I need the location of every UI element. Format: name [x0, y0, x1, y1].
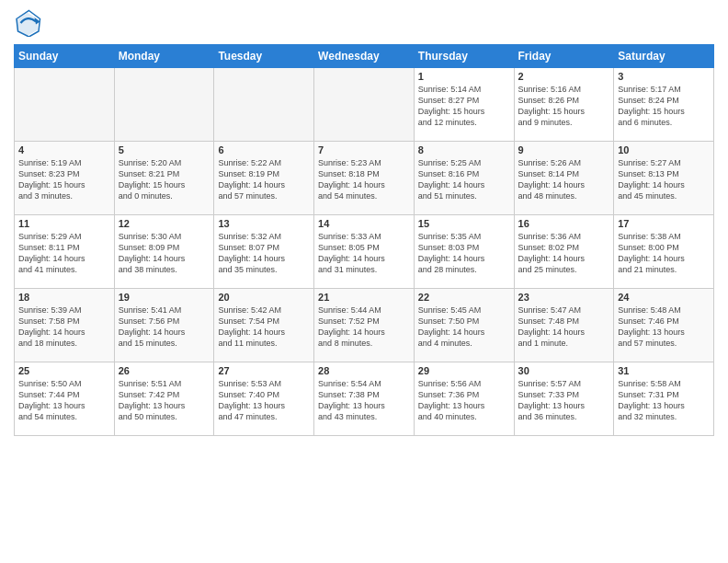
calendar-cell: 8Sunrise: 5:25 AM Sunset: 8:16 PM Daylig… [414, 142, 514, 215]
calendar-cell: 4Sunrise: 5:19 AM Sunset: 8:23 PM Daylig… [15, 142, 115, 215]
day-number: 4 [18, 144, 110, 155]
day-number: 20 [218, 292, 310, 303]
calendar-cell: 25Sunrise: 5:50 AM Sunset: 7:44 PM Dayli… [15, 362, 115, 436]
calendar-cell: 17Sunrise: 5:38 AM Sunset: 8:00 PM Dayli… [614, 215, 714, 289]
day-number: 26 [119, 365, 210, 376]
day-info: Sunrise: 5:16 AM Sunset: 8:26 PM Dayligh… [518, 84, 610, 129]
logo-icon [14, 9, 41, 37]
calendar-cell [15, 68, 115, 142]
calendar-cell: 16Sunrise: 5:36 AM Sunset: 8:02 PM Dayli… [514, 215, 614, 289]
weekday-header-tuesday: Tuesday [214, 45, 314, 68]
day-info: Sunrise: 5:17 AM Sunset: 8:24 PM Dayligh… [618, 84, 710, 129]
day-info: Sunrise: 5:30 AM Sunset: 8:09 PM Dayligh… [119, 231, 210, 276]
weekday-header-sunday: Sunday [15, 45, 115, 68]
calendar-cell: 18Sunrise: 5:39 AM Sunset: 7:58 PM Dayli… [15, 289, 115, 362]
calendar-cell: 28Sunrise: 5:54 AM Sunset: 7:38 PM Dayli… [314, 362, 415, 436]
calendar-cell [214, 68, 314, 142]
day-info: Sunrise: 5:56 AM Sunset: 7:36 PM Dayligh… [418, 378, 510, 423]
day-info: Sunrise: 5:53 AM Sunset: 7:40 PM Dayligh… [218, 378, 310, 423]
calendar-cell: 15Sunrise: 5:35 AM Sunset: 8:03 PM Dayli… [414, 215, 514, 289]
day-info: Sunrise: 5:35 AM Sunset: 8:03 PM Dayligh… [418, 231, 510, 276]
day-number: 29 [418, 365, 510, 376]
calendar-cell: 22Sunrise: 5:45 AM Sunset: 7:50 PM Dayli… [414, 289, 514, 362]
calendar-cell: 7Sunrise: 5:23 AM Sunset: 8:18 PM Daylig… [314, 142, 415, 215]
day-info: Sunrise: 5:44 AM Sunset: 7:52 PM Dayligh… [318, 304, 410, 350]
day-number: 27 [218, 365, 310, 376]
week-row-2: 4Sunrise: 5:19 AM Sunset: 8:23 PM Daylig… [15, 142, 714, 215]
weekday-header-wednesday: Wednesday [314, 45, 415, 68]
day-number: 28 [318, 365, 410, 376]
calendar-cell: 23Sunrise: 5:47 AM Sunset: 7:48 PM Dayli… [514, 289, 614, 362]
day-info: Sunrise: 5:58 AM Sunset: 7:31 PM Dayligh… [618, 378, 710, 423]
day-info: Sunrise: 5:57 AM Sunset: 7:33 PM Dayligh… [518, 378, 610, 423]
calendar-cell: 29Sunrise: 5:56 AM Sunset: 7:36 PM Dayli… [414, 362, 514, 436]
calendar-cell: 2Sunrise: 5:16 AM Sunset: 8:26 PM Daylig… [514, 68, 614, 142]
day-number: 7 [318, 144, 410, 155]
logo [14, 9, 45, 37]
calendar-cell: 6Sunrise: 5:22 AM Sunset: 8:19 PM Daylig… [214, 142, 314, 215]
day-info: Sunrise: 5:32 AM Sunset: 8:07 PM Dayligh… [218, 231, 310, 276]
day-number: 30 [518, 365, 610, 376]
week-row-1: 1Sunrise: 5:14 AM Sunset: 8:27 PM Daylig… [15, 68, 714, 142]
day-info: Sunrise: 5:38 AM Sunset: 8:00 PM Dayligh… [618, 231, 710, 276]
day-number: 8 [418, 144, 510, 155]
day-number: 14 [318, 218, 410, 229]
calendar-cell: 26Sunrise: 5:51 AM Sunset: 7:42 PM Dayli… [114, 362, 214, 436]
day-info: Sunrise: 5:36 AM Sunset: 8:02 PM Dayligh… [518, 231, 610, 276]
day-info: Sunrise: 5:22 AM Sunset: 8:19 PM Dayligh… [218, 157, 310, 202]
day-number: 9 [518, 144, 610, 155]
calendar-cell: 21Sunrise: 5:44 AM Sunset: 7:52 PM Dayli… [314, 289, 415, 362]
calendar-cell: 1Sunrise: 5:14 AM Sunset: 8:27 PM Daylig… [414, 68, 514, 142]
day-info: Sunrise: 5:47 AM Sunset: 7:48 PM Dayligh… [518, 304, 610, 350]
day-info: Sunrise: 5:45 AM Sunset: 7:50 PM Dayligh… [418, 304, 510, 350]
day-number: 21 [318, 292, 410, 303]
weekday-header-friday: Friday [514, 45, 614, 68]
day-info: Sunrise: 5:50 AM Sunset: 7:44 PM Dayligh… [18, 378, 110, 423]
day-number: 10 [618, 144, 710, 155]
weekday-header-thursday: Thursday [414, 45, 514, 68]
week-row-3: 11Sunrise: 5:29 AM Sunset: 8:11 PM Dayli… [15, 215, 714, 289]
weekday-header-saturday: Saturday [614, 45, 714, 68]
calendar-cell: 19Sunrise: 5:41 AM Sunset: 7:56 PM Dayli… [114, 289, 214, 362]
day-number: 19 [119, 292, 210, 303]
day-number: 2 [518, 71, 610, 82]
calendar-cell: 5Sunrise: 5:20 AM Sunset: 8:21 PM Daylig… [114, 142, 214, 215]
weekday-header-monday: Monday [114, 45, 214, 68]
day-number: 11 [18, 218, 110, 229]
day-info: Sunrise: 5:48 AM Sunset: 7:46 PM Dayligh… [618, 304, 710, 350]
day-number: 1 [418, 71, 510, 82]
day-number: 13 [218, 218, 310, 229]
day-number: 15 [418, 218, 510, 229]
day-info: Sunrise: 5:51 AM Sunset: 7:42 PM Dayligh… [119, 378, 210, 423]
calendar-cell: 10Sunrise: 5:27 AM Sunset: 8:13 PM Dayli… [614, 142, 714, 215]
weekday-header-row: SundayMondayTuesdayWednesdayThursdayFrid… [15, 45, 714, 68]
day-info: Sunrise: 5:41 AM Sunset: 7:56 PM Dayligh… [119, 304, 210, 350]
day-info: Sunrise: 5:54 AM Sunset: 7:38 PM Dayligh… [318, 378, 410, 423]
calendar-cell: 12Sunrise: 5:30 AM Sunset: 8:09 PM Dayli… [114, 215, 214, 289]
calendar-cell: 11Sunrise: 5:29 AM Sunset: 8:11 PM Dayli… [15, 215, 115, 289]
day-info: Sunrise: 5:33 AM Sunset: 8:05 PM Dayligh… [318, 231, 410, 276]
header [14, 9, 714, 37]
day-number: 25 [18, 365, 110, 376]
day-info: Sunrise: 5:20 AM Sunset: 8:21 PM Dayligh… [119, 157, 210, 202]
calendar-cell: 31Sunrise: 5:58 AM Sunset: 7:31 PM Dayli… [614, 362, 714, 436]
day-info: Sunrise: 5:26 AM Sunset: 8:14 PM Dayligh… [518, 157, 610, 202]
main-container: SundayMondayTuesdayWednesdayThursdayFrid… [0, 0, 728, 445]
week-row-4: 18Sunrise: 5:39 AM Sunset: 7:58 PM Dayli… [15, 289, 714, 362]
calendar-cell: 24Sunrise: 5:48 AM Sunset: 7:46 PM Dayli… [614, 289, 714, 362]
day-number: 12 [119, 218, 210, 229]
day-number: 17 [618, 218, 710, 229]
day-number: 31 [618, 365, 710, 376]
day-info: Sunrise: 5:29 AM Sunset: 8:11 PM Dayligh… [18, 231, 110, 276]
day-number: 3 [618, 71, 710, 82]
calendar-cell [314, 68, 415, 142]
calendar-cell: 27Sunrise: 5:53 AM Sunset: 7:40 PM Dayli… [214, 362, 314, 436]
day-number: 5 [119, 144, 210, 155]
day-info: Sunrise: 5:14 AM Sunset: 8:27 PM Dayligh… [418, 84, 510, 129]
day-number: 24 [618, 292, 710, 303]
day-info: Sunrise: 5:42 AM Sunset: 7:54 PM Dayligh… [218, 304, 310, 350]
calendar-cell: 30Sunrise: 5:57 AM Sunset: 7:33 PM Dayli… [514, 362, 614, 436]
day-info: Sunrise: 5:23 AM Sunset: 8:18 PM Dayligh… [318, 157, 410, 202]
week-row-5: 25Sunrise: 5:50 AM Sunset: 7:44 PM Dayli… [15, 362, 714, 436]
calendar-cell: 3Sunrise: 5:17 AM Sunset: 8:24 PM Daylig… [614, 68, 714, 142]
